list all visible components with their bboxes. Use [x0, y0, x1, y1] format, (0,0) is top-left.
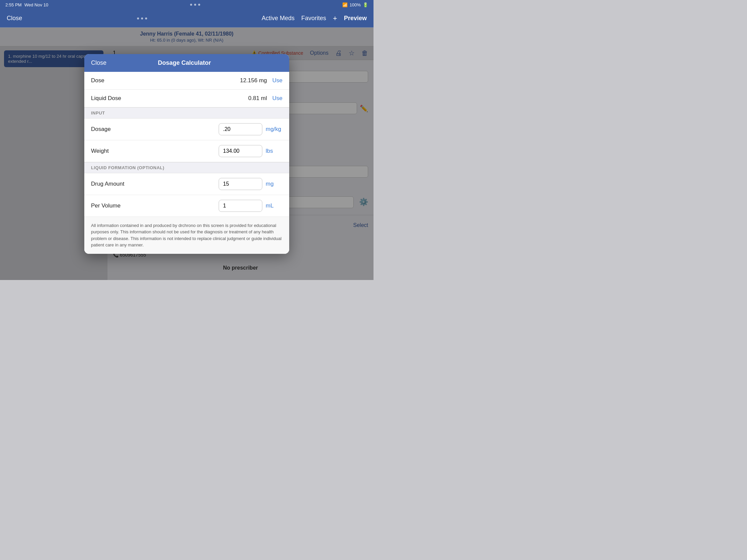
status-time: 2:55 PM — [5, 2, 22, 7]
modal-header: Close Dosage Calculator — [84, 54, 289, 72]
weight-input-row: Weight lbs — [84, 140, 289, 162]
modal-close-button[interactable]: Close — [91, 59, 106, 66]
weight-input-label: Weight — [91, 148, 109, 155]
per-volume-row: Per Volume mL — [84, 195, 289, 217]
dosage-input-right: mg/kg — [218, 123, 282, 135]
modal-overlay: Close Dosage Calculator Dose 12.156 mg U… — [0, 28, 374, 280]
drug-amount-row: Drug Amount mg — [84, 173, 289, 195]
nav-dot-4 — [137, 18, 139, 20]
dose-result-row: Dose 12.156 mg Use — [84, 72, 289, 90]
status-bar: 2:55 PM Wed Nov 10 📶 100% 🔋 — [0, 0, 374, 9]
wifi-icon: 📶 — [342, 2, 347, 7]
weight-unit: lbs — [266, 148, 282, 155]
add-button[interactable]: + — [333, 14, 337, 23]
per-volume-label: Per Volume — [91, 203, 121, 209]
dose-value: 12.156 mg — [240, 77, 267, 84]
dose-use-button[interactable]: Use — [273, 77, 282, 84]
modal-disclaimer: All information contained in and produce… — [84, 217, 289, 254]
drug-amount-unit: mg — [266, 181, 282, 187]
nav-bar: Close Active Meds Favorites + Preview — [0, 9, 374, 28]
dosage-calculator-modal: Close Dosage Calculator Dose 12.156 mg U… — [84, 54, 289, 254]
liquid-dose-result-row: Liquid Dose 0.81 ml Use — [84, 90, 289, 107]
dose-label: Dose — [91, 77, 104, 84]
drug-amount-label: Drug Amount — [91, 181, 124, 187]
dosage-input-field[interactable] — [218, 123, 262, 135]
active-meds-button[interactable]: Active Meds — [262, 15, 294, 22]
per-volume-right: mL — [218, 200, 282, 212]
preview-button[interactable]: Preview — [344, 15, 367, 22]
liquid-dose-label: Liquid Dose — [91, 95, 121, 102]
dose-result-right: 12.156 mg Use — [240, 77, 282, 84]
nav-dot-2 — [194, 4, 196, 6]
input-section-header: INPUT — [84, 107, 289, 118]
close-button[interactable]: Close — [7, 15, 22, 22]
nav-dot-3 — [198, 4, 200, 6]
favorites-button[interactable]: Favorites — [301, 15, 326, 22]
nav-dot-6 — [145, 18, 147, 20]
modal-title: Dosage Calculator — [158, 59, 211, 66]
battery-icon: 🔋 — [363, 2, 368, 7]
dosage-unit: mg/kg — [266, 126, 282, 133]
dosage-input-row: Dosage mg/kg — [84, 118, 289, 140]
dosage-input-label: Dosage — [91, 126, 111, 133]
nav-dot-1 — [190, 4, 192, 6]
drug-amount-input[interactable] — [218, 178, 262, 190]
status-date: Wed Nov 10 — [24, 2, 48, 7]
weight-input-field[interactable] — [218, 145, 262, 157]
per-volume-input[interactable] — [218, 200, 262, 212]
liquid-section-header: LIQUID FORMATION (OPTIONAL) — [84, 162, 289, 173]
battery-label: 100% — [350, 2, 361, 7]
modal-body: Dose 12.156 mg Use Liquid Dose 0.81 ml U… — [84, 72, 289, 254]
liquid-dose-value: 0.81 ml — [248, 95, 267, 102]
weight-input-right: lbs — [218, 145, 282, 157]
drug-amount-right: mg — [218, 178, 282, 190]
liquid-dose-use-button[interactable]: Use — [273, 95, 282, 102]
nav-dot-5 — [141, 18, 143, 20]
liquid-dose-result-right: 0.81 ml Use — [248, 95, 282, 102]
per-volume-unit: mL — [266, 203, 282, 209]
